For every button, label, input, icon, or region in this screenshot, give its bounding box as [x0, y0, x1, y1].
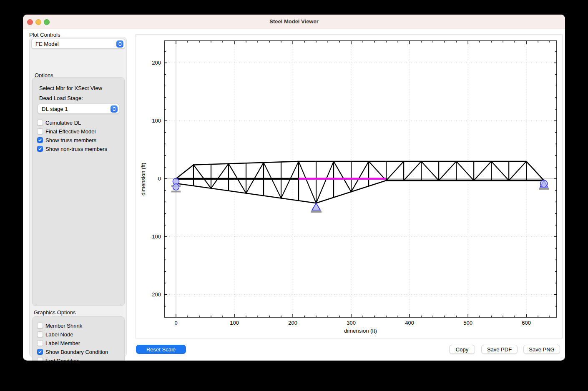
app-window: Steel Model Viewer Plot Controls FE Mode…	[23, 15, 565, 361]
unchecked-checkbox-icon[interactable]	[37, 120, 43, 125]
support-ground-icon	[171, 191, 181, 193]
svg-text:100: 100	[230, 320, 239, 326]
checkbox-cumulative-dl[interactable]: Cumulative DL	[37, 119, 81, 126]
plot-controls-panel: FE Model Options Select Mbr for XSect Vi…	[29, 37, 127, 357]
truss-model-plot[interactable]: 0100200300400500600-200-1000100200dimens…	[136, 35, 562, 338]
checkbox-label: Label Node	[45, 331, 73, 338]
svg-text:400: 400	[405, 320, 414, 326]
save-pdf-button[interactable]: Save PDF	[481, 345, 518, 354]
boundary-condition-symbols	[171, 178, 549, 213]
checkbox-member-shrink[interactable]: Member Shrink	[37, 322, 82, 329]
checked-checkbox-icon[interactable]	[37, 349, 43, 355]
plot-area[interactable]: 0100200300400500600-200-1000100200dimens…	[136, 34, 563, 338]
save-png-button[interactable]: Save PNG	[523, 345, 560, 354]
copy-button[interactable]: Copy	[449, 345, 475, 354]
unchecked-checkbox-icon[interactable]	[37, 340, 43, 346]
checkbox-final-effective-model[interactable]: Final Effective Model	[37, 128, 95, 135]
unchecked-checkbox-icon[interactable]	[37, 358, 43, 361]
window-title: Steel Model Viewer	[23, 15, 565, 29]
checkbox-show-truss-members[interactable]: Show truss members	[37, 137, 96, 143]
y-axis-label: dimension (ft)	[140, 163, 146, 196]
svg-text:-100: -100	[150, 233, 161, 240]
xsect-view-label: Select Mbr for XSect View	[39, 85, 102, 91]
pin-support-icon	[312, 203, 320, 210]
chevron-up-down-icon	[116, 40, 123, 48]
tick-labels: 0100200300400500600-200-1000100200	[150, 60, 531, 326]
svg-text:100: 100	[152, 118, 161, 124]
checkbox-show-non-truss-members[interactable]: Show non-truss members	[37, 145, 107, 152]
svg-text:200: 200	[288, 320, 297, 326]
svg-text:0: 0	[158, 175, 161, 182]
model-select[interactable]: FE Model	[31, 39, 125, 49]
checkbox-label: Label Member	[45, 340, 80, 346]
checkbox-label: Member Shrink	[45, 323, 82, 329]
checkbox-label: Show truss members	[45, 137, 96, 143]
unchecked-checkbox-icon[interactable]	[37, 323, 43, 328]
roller-support-icon	[173, 184, 179, 190]
chevron-up-down-icon	[111, 105, 118, 113]
checkbox-label: Show Boundary Condition	[45, 349, 108, 355]
svg-text:0: 0	[174, 320, 177, 326]
dead-load-select-value: DL stage 1	[38, 106, 111, 112]
svg-text:-200: -200	[150, 291, 161, 298]
x-axis-label: dimension (ft)	[344, 328, 377, 334]
support-ground-icon	[311, 211, 322, 213]
options-box: Select Mbr for XSect View Dead Load Stag…	[32, 77, 125, 306]
graphics-options-legend: Graphics Options	[34, 309, 75, 316]
svg-text:500: 500	[463, 320, 472, 326]
checkbox-label: Show non-truss members	[45, 146, 107, 152]
checkbox-end-condition[interactable]: End Condition	[37, 357, 80, 361]
roller-support-icon	[540, 180, 548, 187]
checkbox-label: Cumulative DL	[45, 120, 81, 126]
svg-text:200: 200	[152, 60, 161, 66]
svg-text:600: 600	[522, 320, 531, 326]
dead-load-select[interactable]: DL stage 1	[38, 104, 119, 114]
checkbox-show-boundary-condition[interactable]: Show Boundary Condition	[37, 348, 108, 355]
checkbox-label: End Condition	[45, 358, 80, 361]
dead-load-stage-label: Dead Load Stage:	[39, 95, 83, 101]
checked-checkbox-icon[interactable]	[37, 137, 43, 143]
reset-scale-button[interactable]: Reset Scale	[136, 345, 186, 354]
support-ground-icon	[539, 188, 549, 190]
checkbox-label-node[interactable]: Label Node	[37, 331, 73, 338]
checked-checkbox-icon[interactable]	[37, 146, 43, 152]
checkbox-label: Final Effective Model	[45, 128, 95, 135]
unchecked-checkbox-icon[interactable]	[37, 128, 43, 134]
svg-text:300: 300	[347, 320, 356, 326]
model-select-value: FE Model	[32, 41, 116, 47]
truss-members	[176, 161, 544, 203]
checkbox-label-member[interactable]: Label Member	[37, 340, 80, 346]
unchecked-checkbox-icon[interactable]	[37, 331, 43, 337]
titlebar[interactable]: Steel Model Viewer	[23, 15, 565, 29]
graphics-options-box: Member ShrinkLabel NodeLabel MemberShow …	[32, 316, 125, 361]
